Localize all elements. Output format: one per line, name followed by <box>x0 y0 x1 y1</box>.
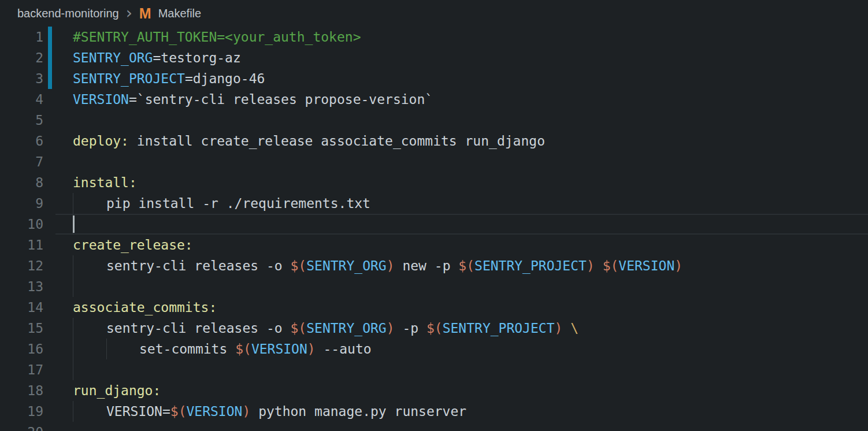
line-number[interactable]: 7 <box>0 151 43 172</box>
code-token: =`sentry-cli releases propose-version` <box>129 92 433 107</box>
line-number[interactable]: 9 <box>0 193 43 214</box>
code-token: =testorg-az <box>153 50 240 65</box>
code-token: VERSION <box>618 258 674 273</box>
text-cursor <box>73 216 75 233</box>
code-token: #SENTRY_AUTH_TOKEN=<your_auth_token> <box>73 29 361 44</box>
code-token: ) <box>555 321 563 336</box>
indent-guide <box>73 193 73 214</box>
code-lines: 1#SENTRY_AUTH_TOKEN=<your_auth_token>2SE… <box>0 27 868 431</box>
line-number[interactable]: 5 <box>0 110 43 131</box>
code-token: ) <box>387 321 395 336</box>
code-token: sentry-cli releases -o <box>106 321 291 336</box>
breadcrumb-folder[interactable]: backend-monitoring <box>17 7 119 20</box>
code-line[interactable]: 16set-commits $(VERSION) --auto <box>0 339 868 359</box>
code-token: ) <box>242 404 250 419</box>
line-number[interactable]: 1 <box>0 27 43 47</box>
code-token: create_release: <box>73 237 193 252</box>
code-text: pip install -r ./requirements.txt <box>106 193 370 214</box>
indent-guide <box>73 255 73 276</box>
breadcrumb-file[interactable]: M Makefile <box>139 5 201 22</box>
code-line[interactable]: 3SENTRY_PROJECT=django-46 <box>0 68 868 89</box>
code-token: SENTRY_ORG <box>306 321 386 336</box>
code-token: $( <box>291 258 307 273</box>
code-token: deploy: <box>73 133 129 148</box>
line-number[interactable]: 6 <box>0 131 43 151</box>
code-token: sentry-cli releases -o <box>106 258 291 273</box>
chevron-right-icon: › <box>126 8 132 19</box>
code-token: pip install -r ./requirements.txt <box>106 196 370 211</box>
indent-guide <box>73 318 73 339</box>
code-token: SENTRY_PROJECT <box>474 258 587 273</box>
line-number[interactable]: 13 <box>0 276 43 297</box>
indent-guide <box>73 276 73 297</box>
line-number[interactable]: 4 <box>0 89 43 110</box>
code-line[interactable]: 15sentry-cli releases -o $(SENTRY_ORG) -… <box>0 318 868 339</box>
line-number[interactable]: 3 <box>0 68 43 89</box>
code-line[interactable]: 4VERSION=`sentry-cli releases propose-ve… <box>0 89 868 110</box>
code-token: SENTRY_ORG <box>306 258 386 273</box>
code-text: #SENTRY_AUTH_TOKEN=<your_auth_token> <box>73 27 361 47</box>
code-token: $( <box>426 321 443 336</box>
code-line[interactable]: 12sentry-cli releases -o $(SENTRY_ORG) n… <box>0 255 868 276</box>
code-token: python manage.py runserver <box>250 404 466 419</box>
code-line[interactable]: 14associate_commits: <box>0 297 868 318</box>
code-token: $( <box>603 258 619 273</box>
code-token: -p <box>395 321 426 336</box>
code-token: new -p <box>395 258 459 273</box>
indent-guide <box>73 401 73 422</box>
code-line[interactable]: 10 <box>0 214 868 235</box>
code-line[interactable]: 6deploy: install create_release associat… <box>0 131 868 151</box>
line-number[interactable]: 18 <box>0 380 43 401</box>
editor[interactable]: 1#SENTRY_AUTH_TOKEN=<your_auth_token>2SE… <box>0 27 868 431</box>
code-token: ) <box>674 258 682 273</box>
code-line[interactable]: 17 <box>0 359 868 380</box>
code-text: associate_commits: <box>73 297 217 318</box>
code-token: $( <box>458 258 474 273</box>
code-token: SENTRY_ORG <box>73 50 153 65</box>
code-line[interactable]: 13 <box>0 276 868 297</box>
line-number[interactable]: 8 <box>0 172 43 193</box>
code-token: associate_commits: <box>73 300 217 315</box>
code-line[interactable]: 9pip install -r ./requirements.txt <box>0 193 868 214</box>
code-line[interactable]: 5 <box>0 110 868 131</box>
line-number[interactable]: 19 <box>0 401 43 422</box>
code-token: SENTRY_PROJECT <box>73 71 185 86</box>
code-token: ) <box>387 258 395 273</box>
code-token: $( <box>235 341 251 356</box>
code-token: install: <box>73 175 137 190</box>
code-token <box>562 321 570 336</box>
line-number[interactable]: 15 <box>0 318 43 339</box>
indent-guide <box>73 339 73 359</box>
line-number[interactable]: 2 <box>0 47 43 68</box>
line-number[interactable]: 17 <box>0 359 43 380</box>
code-text: run_django: <box>73 380 161 401</box>
code-line[interactable]: 18run_django: <box>0 380 868 401</box>
code-token: VERSION= <box>106 404 170 419</box>
code-token: --auto <box>316 341 372 356</box>
line-number[interactable]: 12 <box>0 255 43 276</box>
code-line[interactable]: 8install: <box>0 172 868 193</box>
code-line[interactable]: 2SENTRY_ORG=testorg-az <box>0 47 868 68</box>
code-text: install: <box>73 172 137 193</box>
code-line[interactable]: 20 <box>0 422 868 431</box>
code-token: ) <box>587 258 595 273</box>
code-line[interactable]: 19VERSION=$(VERSION) python manage.py ru… <box>0 401 868 422</box>
code-text: SENTRY_PROJECT=django-46 <box>73 68 265 89</box>
code-text: VERSION=$(VERSION) python manage.py runs… <box>106 401 466 422</box>
code-text: create_release: <box>73 235 193 255</box>
line-number[interactable]: 16 <box>0 339 43 359</box>
line-number[interactable]: 14 <box>0 297 43 318</box>
code-text: set-commits $(VERSION) --auto <box>139 339 372 359</box>
code-token: VERSION <box>73 92 129 107</box>
code-line[interactable]: 11create_release: <box>0 235 868 255</box>
code-line[interactable]: 1#SENTRY_AUTH_TOKEN=<your_auth_token> <box>0 27 868 47</box>
line-number[interactable]: 20 <box>0 422 43 431</box>
line-number[interactable]: 11 <box>0 235 43 255</box>
code-line[interactable]: 7 <box>0 151 868 172</box>
indent-guide <box>106 339 107 359</box>
code-token <box>595 258 603 273</box>
line-number[interactable]: 10 <box>0 214 43 235</box>
code-token: SENTRY_PROJECT <box>443 321 555 336</box>
code-token: VERSION <box>186 404 242 419</box>
code-text: sentry-cli releases -o $(SENTRY_ORG) -p … <box>106 318 578 339</box>
